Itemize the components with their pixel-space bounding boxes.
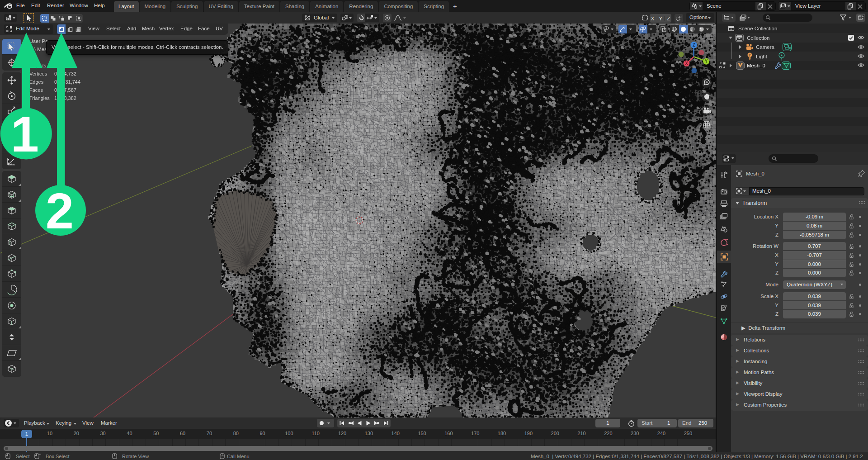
svg-text:Y: Y [705,59,708,64]
svg-text:X: X [685,61,688,66]
svg-text:Z: Z [693,43,695,47]
svg-text:2: 2 [46,183,74,239]
svg-text:1: 1 [11,106,39,162]
